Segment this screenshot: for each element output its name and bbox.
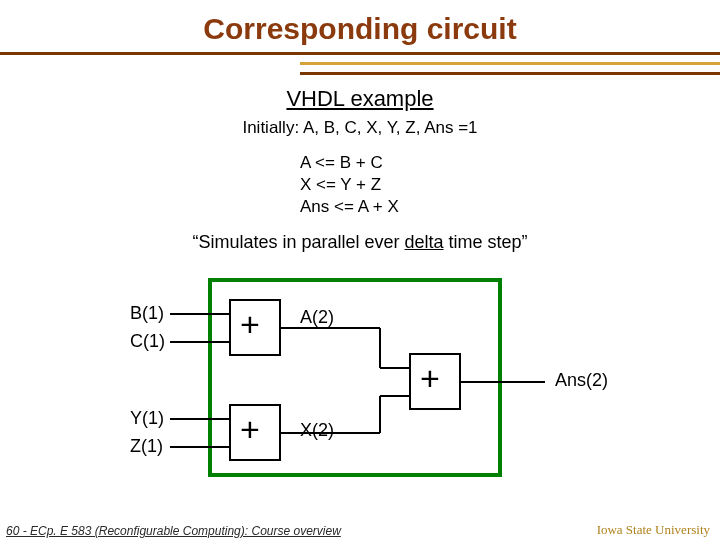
divider-dark bbox=[0, 52, 720, 55]
code-block: A <= B + C X <= Y + Z Ans <= A + X bbox=[300, 152, 399, 218]
label-b: B(1) bbox=[130, 303, 164, 324]
footer: 60 - ECp. E 583 (Reconfigurable Computin… bbox=[0, 518, 720, 540]
label-a: A(2) bbox=[300, 307, 334, 328]
label-ans: Ans(2) bbox=[555, 370, 608, 391]
page-title: Corresponding circuit bbox=[0, 0, 720, 46]
code-line-3: Ans <= A + X bbox=[300, 197, 399, 216]
plus-icon-1: + bbox=[240, 305, 260, 344]
label-c: C(1) bbox=[130, 331, 165, 352]
quote-pre: “Simulates in parallel ever bbox=[192, 232, 404, 252]
footer-left: 60 - ECp. E 583 (Reconfigurable Computin… bbox=[6, 524, 341, 538]
plus-icon-3: + bbox=[420, 359, 440, 398]
plus-icon-2: + bbox=[240, 410, 260, 449]
slide: Corresponding circuit VHDL example Initi… bbox=[0, 0, 720, 540]
footer-right: Iowa State University bbox=[597, 522, 710, 538]
initial-conditions: Initially: A, B, C, X, Y, Z, Ans =1 bbox=[0, 118, 720, 138]
code-line-2: X <= Y + Z bbox=[300, 175, 381, 194]
circuit-diagram: + + + B(1) C(1) Y(1) Z(1) A(2) X(2) Ans(… bbox=[130, 270, 660, 490]
label-y: Y(1) bbox=[130, 408, 164, 429]
label-z: Z(1) bbox=[130, 436, 163, 457]
label-x: X(2) bbox=[300, 420, 334, 441]
simulate-quote: “Simulates in parallel ever delta time s… bbox=[0, 232, 720, 253]
subtitle: VHDL example bbox=[0, 86, 720, 112]
code-line-1: A <= B + C bbox=[300, 153, 383, 172]
quote-post: time step” bbox=[444, 232, 528, 252]
divider-gold bbox=[300, 62, 720, 65]
quote-delta: delta bbox=[405, 232, 444, 252]
divider-dark-2 bbox=[300, 72, 720, 75]
